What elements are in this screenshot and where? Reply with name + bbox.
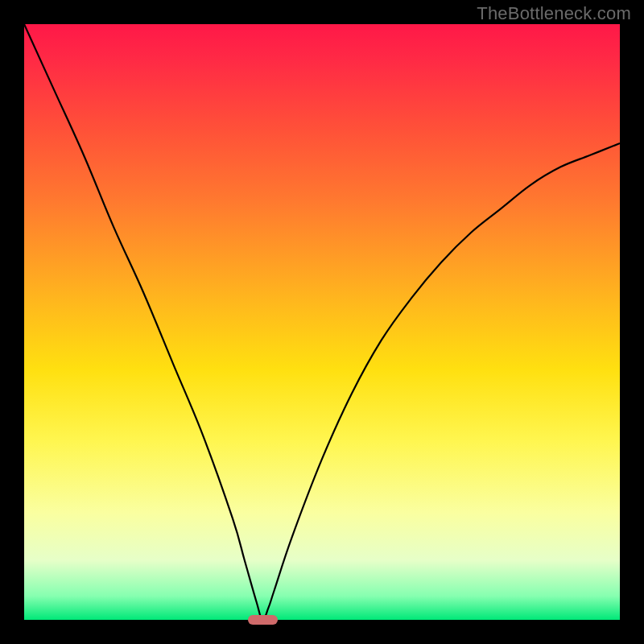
watermark-label: TheBottleneck.com bbox=[477, 3, 631, 24]
chart-frame: TheBottleneck.com bbox=[0, 0, 644, 644]
optimal-marker bbox=[248, 615, 278, 625]
plot-area bbox=[24, 24, 620, 620]
bottleneck-curve bbox=[24, 24, 620, 620]
curve-path bbox=[24, 24, 620, 620]
